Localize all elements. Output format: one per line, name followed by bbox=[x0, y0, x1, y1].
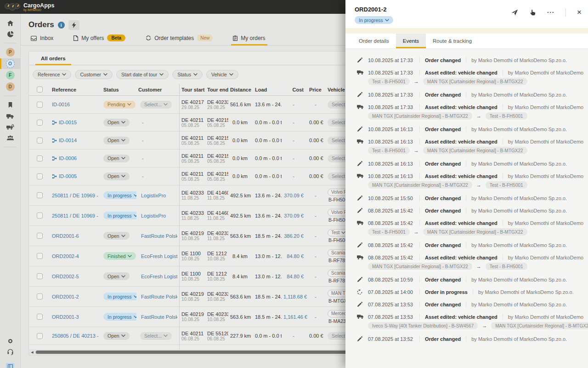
scrollbar-track[interactable] bbox=[35, 351, 345, 354]
col-load[interactable]: Load bbox=[251, 86, 282, 93]
status-dropdown[interactable]: In progress bbox=[103, 313, 136, 321]
col-reference[interactable]: Reference bbox=[50, 86, 102, 93]
cost-cell[interactable]: 1,118.68 € bbox=[282, 293, 307, 300]
customer-link[interactable]: FastRoute Polska bbox=[141, 294, 177, 299]
vehicle-select[interactable]: Select... bbox=[328, 101, 345, 109]
table-row[interactable]: ID-0016PendingSelect...DE 4021729.08.25D… bbox=[29, 96, 345, 114]
row-checkbox[interactable] bbox=[37, 120, 43, 126]
table-row[interactable]: 250811 / DE 10969 - PLIn progressLogisti… bbox=[29, 206, 345, 226]
order-reference-link[interactable]: 250811 / DE 10969 - PL bbox=[52, 193, 100, 198]
table-row[interactable]: 250805 / DE 40213 - DEOpenSelect...DE 40… bbox=[29, 327, 345, 345]
workspace-f[interactable]: F bbox=[0, 70, 21, 80]
filter-vehicle[interactable]: Vehicle bbox=[206, 70, 238, 79]
info-icon[interactable]: i bbox=[58, 22, 65, 29]
filter-start-date-of-tour[interactable]: Start date of tour bbox=[116, 70, 169, 79]
status-dropdown[interactable]: Open bbox=[103, 332, 130, 340]
cost-cell[interactable]: 1,161.46 € bbox=[282, 313, 307, 321]
close-panel-button[interactable]: × bbox=[577, 9, 582, 16]
customer-link[interactable]: FastRoute Polska bbox=[141, 233, 177, 239]
order-reference-link[interactable]: ORD2001-2 bbox=[52, 294, 79, 299]
status-dropdown[interactable]: Open bbox=[103, 272, 130, 280]
order-reference-link[interactable]: ID-0006 bbox=[59, 155, 77, 161]
vehicle-pill[interactable]: Test bbox=[328, 229, 345, 236]
customer-select[interactable]: Select... bbox=[140, 101, 172, 109]
support-headset-icon[interactable] bbox=[0, 347, 21, 357]
col-distance[interactable]: Distance bbox=[228, 86, 251, 93]
table-row[interactable]: ID-0005Open-DE 4021105.08.25DE 4021505.0… bbox=[29, 167, 345, 185]
order-reference-link[interactable]: 250811 / DE 10969 - PL bbox=[52, 213, 100, 218]
table-row[interactable]: ORD2001-3In progressFastRoute PolskaDE 4… bbox=[29, 307, 345, 327]
cost-cell[interactable]: 386.20 € bbox=[282, 232, 307, 240]
table-row[interactable]: ORD2002-4FinishedEcoFresh LogisticsDE 11… bbox=[29, 246, 345, 266]
workspace-o-active[interactable]: O bbox=[0, 58, 21, 69]
vehicle-pill[interactable]: Volvo FH 500 [40 bbox=[328, 189, 345, 196]
workspace-p[interactable]: P bbox=[0, 47, 21, 58]
team-icon[interactable] bbox=[0, 133, 21, 143]
table-row[interactable]: ID-0014Open-DE 4021105.08.25DE 4021505.0… bbox=[29, 132, 345, 150]
status-dropdown[interactable]: In progress bbox=[103, 293, 136, 300]
col-tour-end[interactable]: Tour end bbox=[205, 86, 228, 93]
status-dropdown[interactable]: Open bbox=[103, 232, 130, 240]
order-reference-link[interactable]: ORD2002-4 bbox=[52, 253, 79, 259]
customer-link[interactable]: LogistixPro bbox=[141, 213, 166, 218]
order-reference-link[interactable]: 250805 / DE 40213 - DE bbox=[52, 333, 100, 339]
customer-link[interactable]: EcoFresh Logistics bbox=[141, 274, 177, 279]
panel-tab-order-details[interactable]: Order details bbox=[352, 34, 396, 48]
order-reference-link[interactable]: ID-0015 bbox=[59, 120, 77, 125]
status-dropdown[interactable]: Open bbox=[103, 172, 130, 180]
col-cost[interactable]: Cost bbox=[282, 86, 307, 93]
filter-customer[interactable]: Customer bbox=[75, 70, 113, 79]
table-row[interactable]: 250811 / DE 10969 - PLIn progressLogisti… bbox=[29, 185, 345, 206]
select-all-checkbox[interactable] bbox=[37, 86, 43, 92]
cost-cell[interactable]: 370.09 € bbox=[282, 192, 307, 199]
cost-cell[interactable]: 84.80 € bbox=[282, 273, 307, 280]
row-checkbox[interactable] bbox=[37, 213, 43, 218]
vehicle-pill[interactable]: Mercedes Actros bbox=[328, 310, 345, 317]
row-checkbox[interactable] bbox=[37, 155, 43, 161]
vehicle-pill[interactable]: Volvo FH 500 [40 bbox=[328, 209, 345, 216]
hand-assign-icon[interactable] bbox=[529, 9, 536, 16]
vehicle-pill[interactable]: Scania R450 [Re bbox=[328, 249, 345, 257]
col-vehicle[interactable]: Vehicle bbox=[326, 86, 345, 93]
send-icon[interactable] bbox=[511, 9, 518, 16]
scroll-left-arrow[interactable]: ◀ bbox=[29, 351, 35, 354]
home-icon[interactable] bbox=[0, 18, 21, 28]
settings-gear-icon[interactable] bbox=[0, 336, 21, 346]
truck-search-icon[interactable] bbox=[0, 122, 21, 132]
row-checkbox[interactable] bbox=[37, 192, 43, 198]
order-reference-link[interactable]: ORD2001-3 bbox=[52, 314, 79, 320]
table-row[interactable]: ID-0015Open-DE 4021105.08.25DE 4021505.0… bbox=[29, 114, 345, 132]
vehicle-select[interactable]: Select... bbox=[328, 119, 345, 126]
col-status[interactable]: Status bbox=[102, 86, 136, 93]
row-checkbox[interactable] bbox=[37, 293, 43, 299]
table-row[interactable]: ORD2001-2In progressFastRoute PolskaDE 4… bbox=[29, 287, 345, 307]
customer-link[interactable]: LogistixPro bbox=[141, 193, 166, 198]
status-dropdown[interactable]: Finished bbox=[103, 252, 136, 260]
row-checkbox[interactable] bbox=[37, 102, 43, 108]
workspace-d[interactable]: D bbox=[0, 81, 21, 92]
analytics-pie-icon[interactable] bbox=[0, 29, 21, 39]
quick-actions-button[interactable] bbox=[68, 20, 79, 30]
vehicle-select[interactable]: Select... bbox=[328, 155, 345, 162]
col-price[interactable]: Price bbox=[307, 86, 326, 93]
cost-cell[interactable]: 370.09 € bbox=[282, 212, 307, 219]
row-checkbox[interactable] bbox=[37, 233, 43, 239]
tab-inbox[interactable]: Inbox bbox=[31, 35, 53, 45]
panel-tab-route-tracking[interactable]: Route & tracking bbox=[426, 34, 479, 48]
cost-cell[interactable]: 84.80 € bbox=[282, 253, 307, 260]
filter-status[interactable]: Status bbox=[172, 70, 203, 79]
col-customer[interactable]: Customer bbox=[136, 84, 180, 95]
filter-reference[interactable]: Reference bbox=[33, 70, 71, 79]
col-tour-start[interactable]: Tour start bbox=[180, 86, 205, 93]
vehicle-select[interactable]: Select... bbox=[328, 172, 345, 180]
order-reference-link[interactable]: ID-0005 bbox=[59, 173, 77, 179]
customer-link[interactable]: EcoFresh Logistics bbox=[141, 253, 177, 259]
order-reference-link[interactable]: ORD2001-6 bbox=[52, 233, 79, 239]
vehicle-pill[interactable]: MAN TGX [Curtai bbox=[328, 290, 345, 297]
status-dropdown[interactable]: In progress bbox=[103, 212, 136, 219]
app-logo[interactable]: CargoApps by IMPARGO bbox=[5, 3, 54, 12]
table-row[interactable]: ORD2002-5OpenEcoFresh LogisticsDE 110010… bbox=[29, 266, 345, 287]
more-options-button[interactable]: ··· bbox=[547, 10, 554, 15]
row-checkbox[interactable] bbox=[37, 273, 43, 279]
row-checkbox[interactable] bbox=[37, 333, 43, 339]
